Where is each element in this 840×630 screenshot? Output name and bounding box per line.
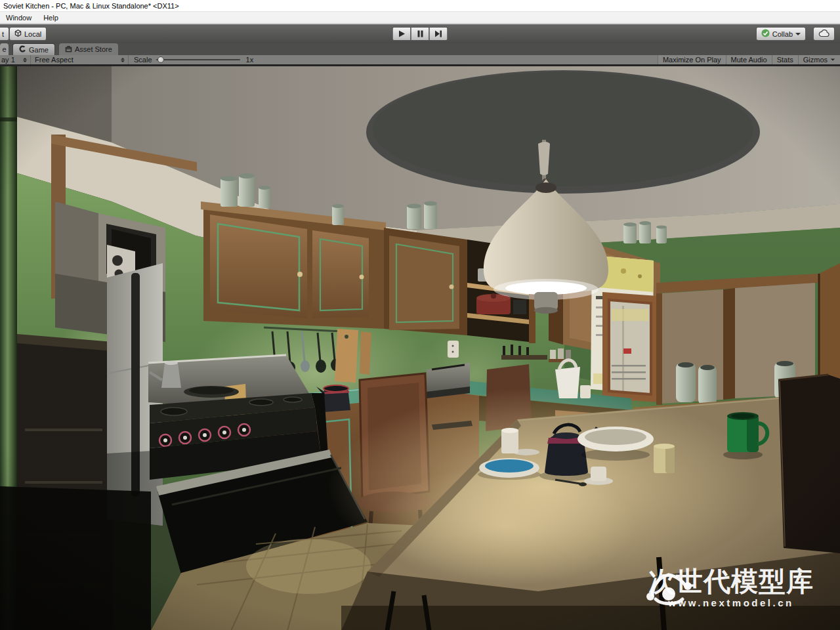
- menu-help[interactable]: Help: [37, 12, 64, 23]
- tab-game[interactable]: Game: [12, 43, 55, 55]
- step-icon: [435, 28, 442, 40]
- dropdown-arrows-icon: [23, 58, 27, 62]
- cube-icon: [14, 30, 22, 38]
- chevron-down-icon: [795, 33, 801, 35]
- collab-button[interactable]: Collab: [756, 27, 806, 41]
- gizmos-label: Gizmos: [803, 56, 828, 64]
- pause-icon: [417, 28, 423, 40]
- kitchen-scene-render: [0, 66, 840, 630]
- dropdown-arrows-icon: [121, 58, 125, 62]
- game-view-icon: [19, 45, 26, 54]
- window-title: Soviet Kitchen - PC, Mac & Linux Standal…: [3, 2, 179, 10]
- stats-button[interactable]: Stats: [772, 55, 798, 64]
- main-toolbar: t Local Collab: [0, 24, 840, 43]
- play-controls: [392, 27, 448, 41]
- display-dropdown-label: ay 1: [1, 56, 15, 64]
- slider-thumb[interactable]: [158, 56, 164, 63]
- step-button[interactable]: [429, 27, 448, 41]
- slider-track: [156, 59, 240, 60]
- collab-check-icon: [761, 29, 770, 39]
- tab-scene-partial-label: e: [2, 45, 6, 53]
- game-view-options: Maximize On Play Mute Audio Stats Gizmos: [658, 55, 840, 64]
- aspect-dropdown[interactable]: Free Aspect: [31, 55, 128, 64]
- view-tab-bar: e Game Asset Store: [0, 43, 840, 55]
- cloud-icon: [818, 30, 830, 39]
- scale-value: 1x: [246, 56, 254, 64]
- scale-slider[interactable]: [156, 56, 240, 63]
- menu-window[interactable]: Window: [0, 12, 37, 23]
- tab-asset-store-label: Asset Store: [75, 45, 112, 53]
- local-button-label: Local: [24, 30, 41, 38]
- maximize-on-play-button[interactable]: Maximize On Play: [658, 55, 726, 64]
- play-button[interactable]: [392, 27, 411, 41]
- stats-label: Stats: [777, 56, 793, 64]
- play-icon: [398, 28, 405, 40]
- collab-button-label: Collab: [772, 30, 793, 38]
- cloud-services-button[interactable]: [813, 27, 835, 41]
- aspect-dropdown-label: Free Aspect: [35, 56, 74, 64]
- account-button-label: t: [2, 30, 4, 38]
- asset-store-icon: [65, 45, 72, 54]
- gizmos-dropdown[interactable]: Gizmos: [798, 55, 840, 64]
- scale-label: Scale: [134, 56, 152, 64]
- display-dropdown[interactable]: ay 1: [0, 55, 30, 64]
- tab-game-label: Game: [29, 46, 49, 54]
- game-view-toolbar: ay 1 Free Aspect Scale 1x Maximize On Pl…: [0, 55, 840, 66]
- maximize-on-play-label: Maximize On Play: [663, 56, 721, 64]
- pause-button[interactable]: [411, 27, 430, 41]
- chevron-down-icon: [831, 58, 835, 60]
- tab-asset-store[interactable]: Asset Store: [59, 43, 118, 55]
- account-button-partial[interactable]: t: [0, 27, 9, 41]
- menu-bar: Window Help: [0, 12, 840, 24]
- collab-local-button[interactable]: Local: [9, 27, 47, 41]
- watermark: 次世代模型库 www.nextmodel.cn: [644, 568, 814, 608]
- scale-control: Scale 1x: [129, 55, 253, 64]
- mute-audio-label: Mute Audio: [731, 56, 767, 64]
- game-viewport[interactable]: 次世代模型库 www.nextmodel.cn: [0, 66, 840, 630]
- vignette: [0, 66, 840, 630]
- window-title-bar: Soviet Kitchen - PC, Mac & Linux Standal…: [0, 0, 840, 12]
- tab-scene-partial[interactable]: e: [0, 43, 9, 55]
- mute-audio-button[interactable]: Mute Audio: [726, 55, 772, 64]
